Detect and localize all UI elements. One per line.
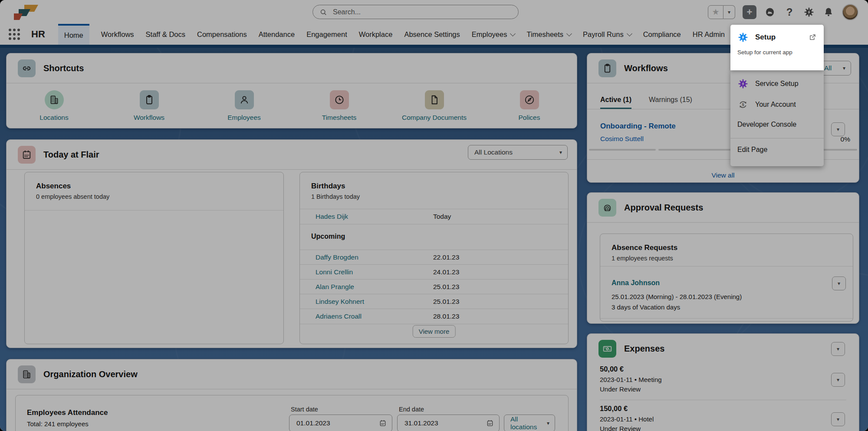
global-search[interactable] [312, 5, 519, 19]
absences-subtitle: 0 employees absent today [36, 193, 109, 200]
app-launcher-icon[interactable] [9, 29, 22, 40]
favorites-star-icon[interactable]: ★ [708, 5, 723, 19]
expense-amount: 150,00 € [600, 405, 829, 413]
birthday-date: 28.01.23 [433, 313, 459, 320]
absences-subcard: Absences 0 employees absent today [24, 172, 284, 344]
shortcut-employees[interactable]: Employees [197, 90, 292, 122]
expense-actions-button[interactable]: ▾ [831, 412, 845, 426]
user-avatar[interactable] [842, 4, 858, 20]
expense-meta: 2023-01-11 • Hotel [600, 415, 829, 423]
request-period: 25.01.2023 (Morning) - 28.01.2023 (Eveni… [612, 293, 742, 300]
gear-purple-icon [737, 78, 749, 89]
clipboard-icon [140, 90, 159, 109]
employees-attendance-subcard: Employees Attendance Total: 241 employee… [15, 395, 569, 431]
building-icon [45, 90, 64, 109]
employee-link[interactable]: Hades Dijk [316, 213, 348, 220]
tab-timesheets[interactable]: Timesheets [526, 24, 571, 45]
employee-link[interactable]: Alan Prangle [316, 283, 354, 291]
trailhead-icon[interactable] [764, 6, 776, 18]
shortcut-workflows[interactable]: Workflows [102, 90, 197, 122]
menu-item-service-setup[interactable]: Service Setup [737, 78, 799, 89]
setup-menu: Setup Setup for current app Service Setu… [730, 25, 824, 166]
help-icon[interactable]: ? [783, 6, 796, 18]
shortcut-polices[interactable]: Polices [482, 90, 577, 122]
view-all-link[interactable]: View all [587, 171, 859, 179]
workflow-assignee-link[interactable]: Cosimo Suttell [600, 135, 644, 143]
start-date-input[interactable]: 01.01.2023 [289, 415, 392, 431]
birthday-row: Alan Prangle 25.01.23 [300, 279, 568, 294]
shortcut-locations[interactable]: Locations [7, 90, 102, 122]
quick-add-button[interactable]: + [743, 5, 756, 19]
shortcut-company-documents[interactable]: Company Documents [387, 90, 482, 122]
tab-active[interactable]: Active (1) [600, 96, 631, 109]
employee-link[interactable]: Daffy Brogden [316, 253, 358, 261]
tab-compensations[interactable]: Compensations [197, 24, 247, 45]
organization-title: Organization Overview [43, 369, 138, 379]
employee-link[interactable]: Lindsey Kohnert [316, 298, 364, 306]
upcoming-title: Upcoming [311, 233, 345, 240]
attendance-total: Total: 241 employees [27, 420, 89, 428]
end-date-input[interactable]: 31.01.2023 [397, 415, 500, 431]
tab-employees[interactable]: Employees [472, 24, 515, 45]
tab-absence-settings[interactable]: Absence Settings [404, 24, 460, 45]
tab-attendance[interactable]: Attendance [259, 24, 295, 45]
setup-menu-rest: Service Setup Your Account Developer Con… [730, 70, 824, 166]
view-more-button[interactable]: View more [413, 325, 456, 338]
chevron-down-icon [627, 31, 632, 36]
employee-link[interactable]: Lonni Crellin [316, 268, 353, 276]
today-location-select[interactable]: All Locations ▾ [468, 145, 568, 160]
birthday-row: Adriaens Croall 28.01.23 [300, 309, 568, 324]
favorites-caret-icon[interactable]: ▾ [723, 5, 735, 19]
menu-divider [730, 138, 824, 138]
request-actions-button[interactable]: ▾ [832, 276, 846, 290]
tab-workplace[interactable]: Workplace [359, 24, 393, 45]
workflow-actions-button[interactable]: ▾ [831, 122, 845, 136]
tab-workflows[interactable]: Workflows [101, 24, 134, 45]
menu-item-your-account[interactable]: Your Account [737, 99, 796, 110]
setup-menu-item-setup[interactable]: Setup Setup for current app [730, 25, 824, 70]
expense-amount: 50,00 € [600, 365, 829, 373]
compass-icon [520, 90, 539, 109]
search-input[interactable] [332, 8, 512, 16]
expense-item: 150,00 € 2023-01-11 • Hotel Under Review [600, 405, 829, 431]
birthday-row: Daffy Brogden 22.01.23 [300, 250, 568, 265]
expense-status: Under Review [600, 425, 829, 431]
clipboard-icon [598, 59, 616, 77]
chevron-down-icon [510, 31, 516, 36]
employee-link[interactable]: Adriaens Croall [316, 313, 362, 320]
chevron-down-icon: ▾ [559, 149, 562, 155]
menu-item-developer-console[interactable]: Developer Console [737, 121, 796, 128]
absence-requests-title: Absence Requests [612, 243, 677, 252]
tab-compliance[interactable]: Compliance [643, 24, 681, 45]
chevron-down-icon: ▾ [837, 126, 839, 132]
expense-actions-button[interactable]: ▾ [831, 373, 845, 387]
tab-warnings[interactable]: Warnings (15) [649, 96, 692, 109]
tab-engagement[interactable]: Engagement [306, 24, 347, 45]
shortcut-timesheets[interactable]: Timesheets [292, 90, 387, 122]
tab-payroll-runs[interactable]: Payroll Runs [583, 24, 631, 45]
chevron-down-icon: ▾ [837, 346, 839, 352]
tab-staff-docs[interactable]: Staff & Docs [146, 24, 185, 45]
workflow-link[interactable]: Onboarding - Remote [600, 122, 676, 131]
workflows-title: Workflows [624, 63, 668, 73]
birthday-date: 22.01.23 [433, 253, 459, 261]
org-location-select[interactable]: All locations ▾ [504, 415, 555, 431]
external-link-icon [808, 33, 817, 42]
expenses-title: Expenses [624, 344, 664, 354]
end-date-label: End date [399, 406, 424, 413]
birthday-row: Lonni Crellin 24.01.23 [300, 264, 568, 280]
person-icon [235, 90, 254, 109]
tab-home[interactable]: Home [58, 24, 89, 45]
fingerprint-icon [598, 199, 616, 217]
tab-hr-admin[interactable]: HR Admin [693, 24, 725, 45]
birthday-row: Hades Dijk Today [300, 209, 568, 224]
requester-link[interactable]: Anna Johnson [612, 279, 660, 287]
notifications-bell-icon[interactable] [822, 6, 835, 18]
search-icon [319, 8, 328, 16]
expenses-card: Expenses ▾ 50,00 € 2023-01-11 • Meeting … [587, 333, 859, 431]
menu-item-edit-page[interactable]: Edit Page [737, 146, 767, 154]
nav-tabs: Home Workflows Staff & Docs Compensation… [58, 24, 725, 45]
organization-overview-card: Organization Overview Employees Attendan… [6, 359, 577, 431]
setup-gear-icon[interactable] [803, 6, 815, 18]
expenses-actions-button[interactable]: ▾ [831, 342, 845, 356]
